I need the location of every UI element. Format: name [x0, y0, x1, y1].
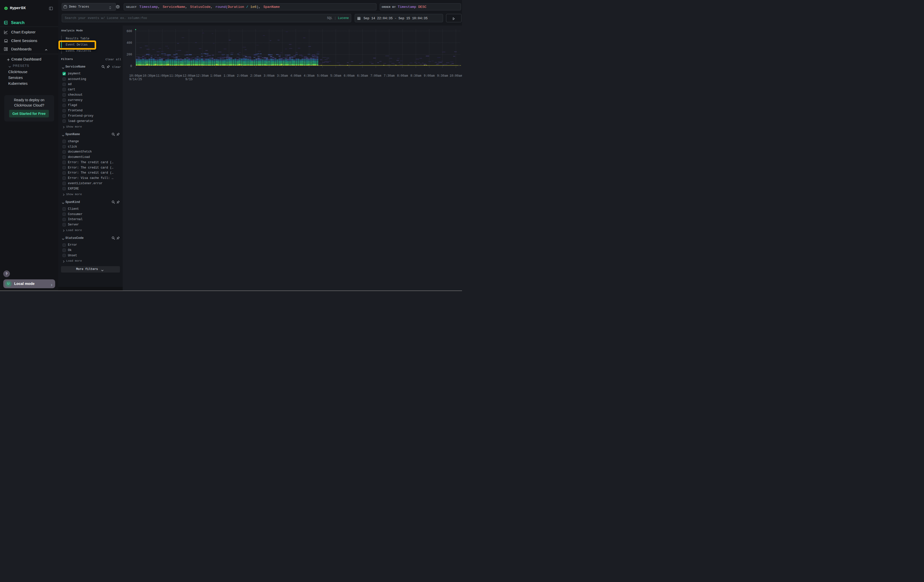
svg-text:12:30am: 12:30am — [196, 74, 208, 77]
svg-text:6:30am: 6:30am — [357, 74, 368, 77]
svg-text:10:30pm: 10:30pm — [142, 74, 155, 77]
svg-text:10:00pm: 10:00pm — [129, 74, 142, 77]
svg-text:2:00am: 2:00am — [237, 74, 248, 77]
svg-text:4:00am: 4:00am — [290, 74, 301, 77]
svg-text:11:00pm: 11:00pm — [156, 74, 168, 77]
svg-text:5:00am: 5:00am — [317, 74, 328, 77]
svg-text:5:30am: 5:30am — [330, 74, 341, 77]
svg-text:1:00am: 1:00am — [210, 74, 221, 77]
svg-text:12:00am: 12:00am — [183, 74, 195, 77]
svg-text:8:30am: 8:30am — [410, 74, 421, 77]
svg-text:10:00am: 10:00am — [450, 74, 462, 77]
svg-text:1:30am: 1:30am — [223, 74, 234, 77]
svg-text:600: 600 — [127, 30, 132, 33]
svg-text:9/14/25: 9/14/25 — [129, 77, 142, 81]
svg-text:7:30am: 7:30am — [384, 74, 395, 77]
svg-text:9:00am: 9:00am — [424, 74, 435, 77]
svg-text:400: 400 — [127, 41, 132, 45]
svg-text:6:00am: 6:00am — [343, 74, 355, 77]
svg-text:2:30am: 2:30am — [250, 74, 261, 77]
svg-text:9/15: 9/15 — [185, 77, 193, 81]
svg-text:4:30am: 4:30am — [304, 74, 315, 77]
svg-text:0: 0 — [130, 64, 132, 68]
svg-text:3:30am: 3:30am — [277, 74, 288, 77]
svg-text:11:30pm: 11:30pm — [169, 74, 182, 77]
svg-text:9:30am: 9:30am — [437, 74, 448, 77]
svg-text:200: 200 — [127, 53, 132, 56]
svg-text:3:00am: 3:00am — [264, 74, 274, 77]
svg-text:7:00am: 7:00am — [370, 74, 381, 77]
svg-text:8:00am: 8:00am — [397, 74, 408, 77]
